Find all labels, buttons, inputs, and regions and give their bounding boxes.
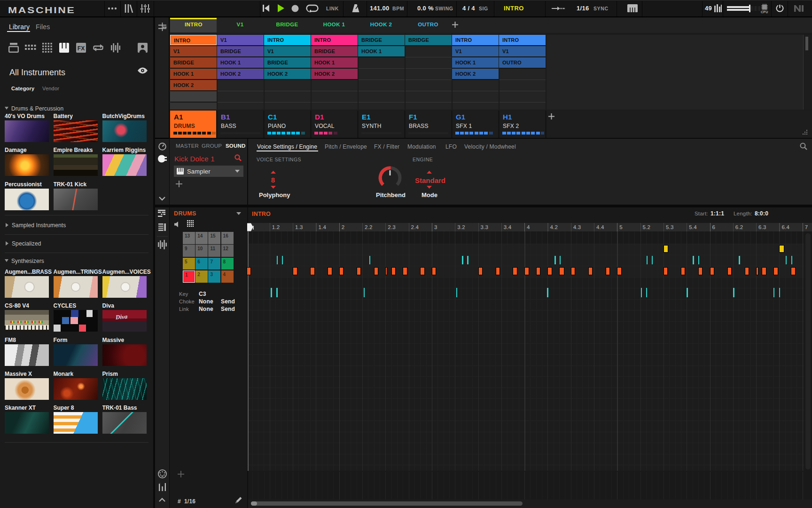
svg-text:FX: FX (78, 45, 85, 52)
